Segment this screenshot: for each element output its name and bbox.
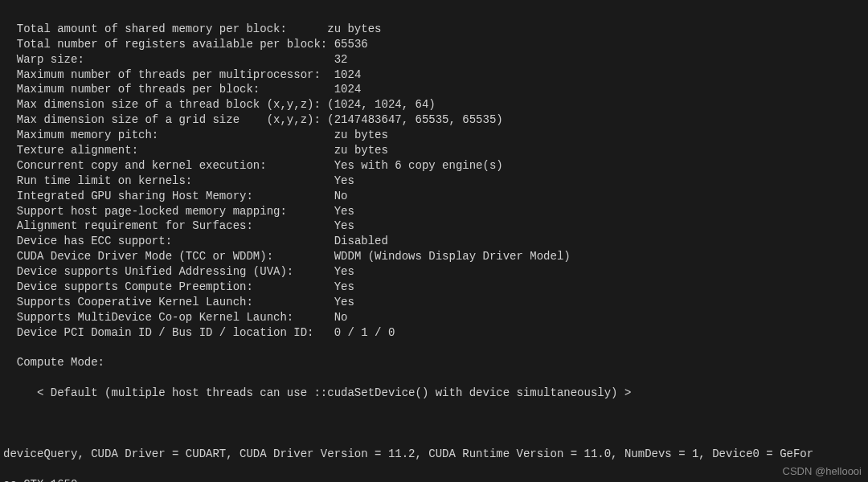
output-row: Max dimension size of a grid size (x,y,z… — [3, 112, 865, 128]
blank-line — [3, 416, 865, 431]
row-label: Supports Cooperative Kernel Launch: — [3, 296, 334, 308]
row-label: Device PCI Domain ID / Bus ID / location… — [3, 326, 334, 339]
output-row: Device has ECC support: Disabled — [3, 234, 865, 249]
output-row: Maximum number of threads per block: 102… — [3, 82, 865, 97]
output-row: Integrated GPU sharing Host Memory: No — [3, 189, 865, 204]
output-row: Texture alignment: zu bytes — [3, 143, 865, 158]
row-label: Supports MultiDevice Co-op Kernel Launch… — [3, 311, 334, 324]
row-value: zu bytes — [334, 144, 388, 157]
row-value: WDDM (Windows Display Driver Model) — [334, 250, 571, 263]
row-value: 1024 — [334, 83, 362, 96]
row-label: Maximum number of threads per block: — [3, 83, 334, 96]
output-row: Supports Cooperative Kernel Launch: Yes — [3, 295, 865, 310]
compute-mode-desc: < Default (multiple host threads can use… — [3, 386, 865, 401]
row-label: Support host page-locked memory mapping: — [3, 205, 334, 218]
row-label: Max dimension size of a grid size (x,y,z… — [3, 113, 327, 126]
row-value: 32 — [334, 53, 348, 66]
output-row: Device PCI Domain ID / Bus ID / location… — [3, 325, 865, 341]
row-value: 65536 — [334, 38, 368, 51]
row-label: Concurrent copy and kernel execution: — [3, 159, 334, 172]
row-value: Yes — [334, 174, 354, 187]
row-label: Maximum number of threads per multiproce… — [3, 68, 334, 81]
output-row: CUDA Device Driver Mode (TCC or WDDM): W… — [3, 249, 865, 264]
row-value: Yes — [334, 280, 354, 293]
row-value: (1024, 1024, 64) — [327, 98, 435, 111]
row-label: Device supports Unified Addressing (UVA)… — [3, 265, 334, 278]
compute-mode-label: Compute Mode: — [3, 355, 865, 370]
row-value: 0 / 1 / 0 — [334, 326, 395, 339]
row-label: Total amount of shared memory per block: — [3, 22, 327, 35]
output-row: Maximum number of threads per multiproce… — [3, 67, 865, 83]
output-row: Warp size: 32 — [3, 52, 865, 67]
watermark: CSDN @helloooi — [783, 465, 862, 477]
row-label: Maximum memory pitch: — [3, 129, 334, 141]
row-value: Yes — [334, 296, 354, 308]
row-label: Max dimension size of a thread block (x,… — [3, 98, 327, 111]
row-label: Device supports Compute Preemption: — [3, 280, 334, 293]
row-label: CUDA Device Driver Mode (TCC or WDDM): — [3, 250, 334, 263]
output-row: Concurrent copy and kernel execution: Ye… — [3, 158, 865, 174]
output-row: Run time limit on kernels: Yes — [3, 174, 865, 189]
output-row: Supports MultiDevice Co-op Kernel Launch… — [3, 310, 865, 325]
row-value: Yes — [334, 219, 354, 232]
row-value: Yes — [334, 205, 354, 218]
output-row: Max dimension size of a thread block (x,… — [3, 97, 865, 112]
row-label: Device has ECC support: — [3, 235, 334, 247]
output-row: Device supports Unified Addressing (UVA)… — [3, 264, 865, 280]
row-value: Yes with 6 copy engine(s) — [334, 159, 503, 172]
output-row: Device supports Compute Preemption: Yes — [3, 280, 865, 295]
row-value: zu bytes — [334, 129, 388, 141]
row-value: No — [334, 311, 348, 324]
row-label: Warp size: — [3, 53, 334, 66]
row-value: 1024 — [334, 68, 362, 81]
row-value: Disabled — [334, 235, 388, 247]
output-row: Support host page-locked memory mapping:… — [3, 204, 865, 219]
summary-line-2: ce GTX 1650 — [3, 477, 865, 482]
terminal-output[interactable]: Total amount of shared memory per block:… — [0, 0, 868, 482]
output-row: Total number of registers available per … — [3, 37, 865, 52]
row-value: (2147483647, 65535, 65535) — [327, 113, 502, 126]
row-value: zu bytes — [327, 22, 381, 35]
row-value: No — [334, 190, 348, 202]
row-label: Alignment requirement for Surfaces: — [3, 219, 334, 232]
row-label: Integrated GPU sharing Host Memory: — [3, 190, 334, 202]
output-row: Maximum memory pitch: zu bytes — [3, 128, 865, 143]
output-row: Alignment requirement for Surfaces: Yes — [3, 219, 865, 234]
row-label: Total number of registers available per … — [3, 38, 334, 51]
summary-line-1: deviceQuery, CUDA Driver = CUDART, CUDA … — [3, 447, 865, 462]
row-label: Run time limit on kernels: — [3, 174, 334, 187]
output-row: Total amount of shared memory per block:… — [3, 22, 865, 37]
row-value: Yes — [334, 265, 354, 278]
row-label: Texture alignment: — [3, 144, 334, 157]
